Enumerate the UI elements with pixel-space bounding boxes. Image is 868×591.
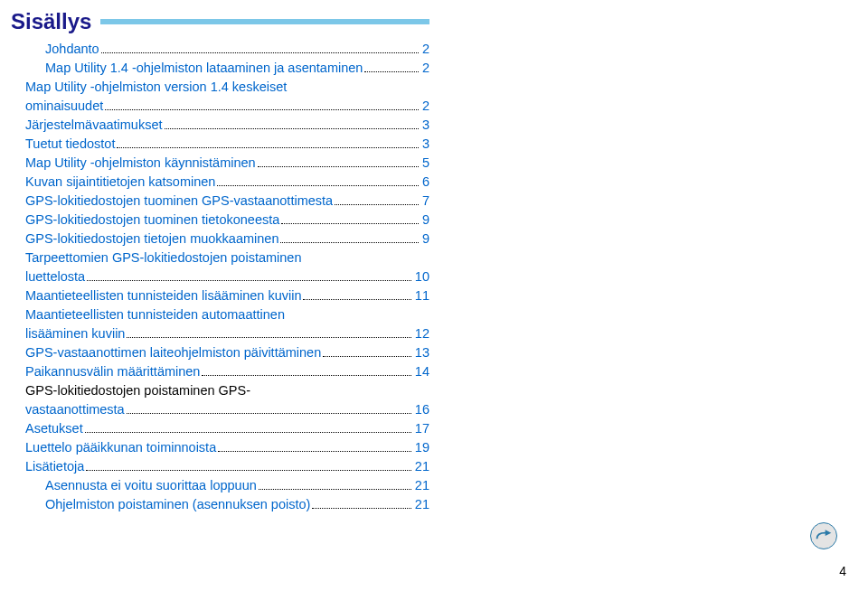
toc-label: Järjestelmävaatimukset <box>25 116 163 135</box>
toc-entry[interactable]: Paikannusvälin määrittäminen14 <box>25 362 429 381</box>
toc-label: luettelosta <box>25 267 85 286</box>
toc-label: Johdanto <box>45 40 99 59</box>
toc-label: Paikannusvälin määrittäminen <box>25 362 200 381</box>
toc-page-number: 12 <box>413 324 429 343</box>
toc-entry[interactable]: Map Utility 1.4 -ohjelmiston lataaminen … <box>25 59 429 78</box>
toc-page-number: 3 <box>420 135 429 154</box>
toc-label: lisääminen kuviin <box>25 324 125 343</box>
toc-label: Asennusta ei voitu suorittaa loppuun <box>45 476 257 495</box>
toc-page-number: 2 <box>420 97 429 116</box>
toc-leader-dots <box>105 109 419 110</box>
toc-page-number: 16 <box>413 400 429 419</box>
toc-page-number: 21 <box>413 476 429 495</box>
toc-leader-dots <box>85 432 411 433</box>
toc-leader-dots <box>202 375 410 376</box>
toc-label: Kuvan sijaintitietojen katsominen <box>25 173 215 192</box>
toc-leader-dots <box>259 489 411 490</box>
toc-entry[interactable]: Asennusta ei voitu suorittaa loppuun21 <box>25 476 429 495</box>
toc-leader-dots <box>217 185 419 186</box>
toc-leader-dots <box>87 280 411 281</box>
toc-page-number: 10 <box>413 267 429 286</box>
toc-label: GPS-lokitiedostojen poistaminen GPS- <box>25 381 250 400</box>
toc-page-number: 17 <box>413 419 429 438</box>
toc-label: Asetukset <box>25 419 83 438</box>
toc-entry[interactable]: Tarpeettomien GPS-lokitiedostojen poista… <box>25 249 429 286</box>
toc-leader-dots <box>127 337 410 338</box>
toc-label: Ohjelmiston poistaminen (asennuksen pois… <box>45 495 310 514</box>
toc-entry[interactable]: GPS-lokitiedostojen tuominen GPS-vastaan… <box>25 192 429 211</box>
toc-entry[interactable]: Maantieteellisten tunnisteiden lisäämine… <box>25 286 429 305</box>
toc-page-number: 5 <box>420 154 429 173</box>
back-icon[interactable] <box>810 522 837 549</box>
toc-page-number: 3 <box>420 116 429 135</box>
toc-title: Sisällys <box>11 9 91 34</box>
toc-entry[interactable]: GPS-lokitiedostojen tuominen tietokonees… <box>25 211 429 230</box>
table-of-contents: Johdanto2Map Utility 1.4 -ohjelmiston la… <box>11 40 429 514</box>
toc-entry[interactable]: Asetukset17 <box>25 419 429 438</box>
toc-label: Map Utility -ohjelmiston version 1.4 kes… <box>25 78 287 97</box>
toc-entry[interactable]: Luettelo pääikkunan toiminnoista19 <box>25 438 429 457</box>
toc-page-number: 11 <box>413 286 429 305</box>
toc-label: Map Utility -ohjelmiston käynnistäminen <box>25 154 256 173</box>
toc-label: vastaanottimesta <box>25 400 125 419</box>
toc-leader-dots <box>165 128 419 129</box>
toc-page-number: 2 <box>420 40 429 59</box>
toc-page-number: 21 <box>413 457 429 476</box>
toc-label: GPS-lokitiedostojen tietojen muokkaamine… <box>25 230 278 249</box>
toc-header: Sisällys <box>11 9 429 34</box>
toc-page-number: 14 <box>413 362 429 381</box>
toc-page-number: 2 <box>420 59 429 78</box>
toc-page-number: 6 <box>420 173 429 192</box>
toc-entry[interactable]: Lisätietoja21 <box>25 457 429 476</box>
toc-page-number: 19 <box>413 438 429 457</box>
toc-label: ominaisuudet <box>25 97 103 116</box>
toc-entry[interactable]: GPS-vastaanottimen laiteohjelmiston päiv… <box>25 343 429 362</box>
toc-label: Map Utility 1.4 -ohjelmiston lataaminen … <box>45 59 363 78</box>
toc-leader-dots <box>258 166 419 167</box>
toc-entry[interactable]: Ohjelmiston poistaminen (asennuksen pois… <box>25 495 429 514</box>
toc-label: Maantieteellisten tunnisteiden automaatt… <box>25 305 285 324</box>
toc-leader-dots <box>312 508 410 509</box>
toc-leader-dots <box>303 299 410 300</box>
toc-label: Tarpeettomien GPS-lokitiedostojen poista… <box>25 249 301 267</box>
toc-label: GPS-vastaanottimen laiteohjelmiston päiv… <box>25 343 321 362</box>
toc-label: GPS-lokitiedostojen tuominen GPS-vastaan… <box>25 192 333 211</box>
toc-entry[interactable]: Kuvan sijaintitietojen katsominen6 <box>25 173 429 192</box>
toc-label: Lisätietoja <box>25 457 84 476</box>
toc-leader-dots <box>335 204 419 205</box>
toc-page-number: 9 <box>420 230 429 249</box>
toc-page-number: 13 <box>413 343 429 362</box>
toc-leader-dots <box>86 470 411 471</box>
toc-page-number: 21 <box>413 495 429 514</box>
toc-leader-dots <box>280 242 418 243</box>
toc-entry[interactable]: Järjestelmävaatimukset3 <box>25 116 429 135</box>
toc-label: GPS-lokitiedostojen tuominen tietokonees… <box>25 211 279 230</box>
toc-page-number: 9 <box>420 211 429 230</box>
toc-label: Maantieteellisten tunnisteiden lisäämine… <box>25 286 301 305</box>
toc-leader-dots <box>127 413 411 414</box>
toc-entry[interactable]: Tuetut tiedostot3 <box>25 135 429 154</box>
toc-entry[interactable]: Map Utility -ohjelmiston version 1.4 kes… <box>25 78 429 116</box>
toc-entry[interactable]: Maantieteellisten tunnisteiden automaatt… <box>25 305 429 343</box>
toc-entry[interactable]: Johdanto2 <box>25 40 429 59</box>
toc-entry[interactable]: Map Utility -ohjelmiston käynnistäminen5 <box>25 154 429 173</box>
toc-leader-dots <box>101 52 419 53</box>
toc-label: Tuetut tiedostot <box>25 135 115 154</box>
toc-leader-dots <box>281 223 419 224</box>
toc-leader-dots <box>323 356 411 357</box>
page-number: 4 <box>839 564 846 578</box>
toc-leader-dots <box>218 451 411 452</box>
toc-entry[interactable]: GPS-lokitiedostojen poistaminen GPS-vast… <box>25 381 429 419</box>
toc-leader-dots <box>117 147 419 148</box>
toc-entry[interactable]: GPS-lokitiedostojen tietojen muokkaamine… <box>25 230 429 249</box>
title-rule <box>100 19 429 24</box>
toc-label: Luettelo pääikkunan toiminnoista <box>25 438 216 457</box>
toc-page-number: 7 <box>420 192 429 211</box>
toc-leader-dots <box>364 71 419 72</box>
